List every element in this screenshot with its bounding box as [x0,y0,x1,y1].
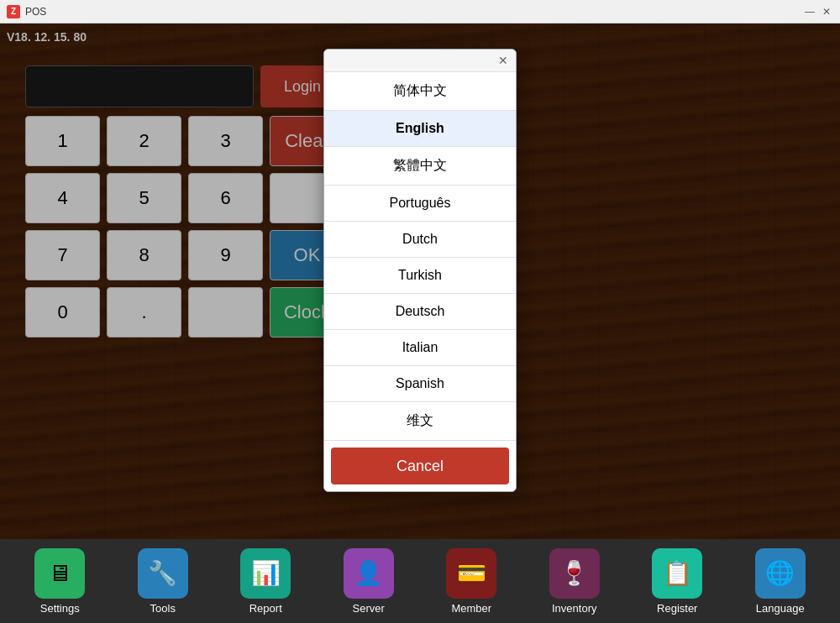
inventory-label: Inventory [552,602,596,615]
report-icon: 📊 [240,548,291,599]
language-icon: 🌐 [755,548,806,599]
toolbar-item-member[interactable]: 💳Member [442,548,501,615]
lang-item-ug[interactable]: 维文 [324,402,516,440]
dialog-header: ✕ [324,50,516,72]
lang-item-tr[interactable]: Turkish [324,258,516,294]
bottom-toolbar: 🖥Settings🔧Tools📊Report👤Server💳Member🍷Inv… [0,539,840,623]
member-icon: 💳 [446,548,496,599]
lang-item-zh-hant[interactable]: 繁體中文 [324,147,516,186]
toolbar-item-inventory[interactable]: 🍷Inventory [545,548,604,615]
window-chrome: Z POS — ✕ [0,0,840,24]
register-icon: 📋 [652,548,702,599]
lang-item-zh-hans[interactable]: 简体中文 [324,72,516,111]
lang-item-de[interactable]: Deutsch [324,294,516,330]
language-label: Language [756,602,805,615]
inventory-icon: 🍷 [549,548,600,599]
register-label: Register [657,602,697,615]
language-dialog: ✕ 简体中文English繁體中文PortuguêsDutchTurkishDe… [323,49,517,492]
lang-item-it[interactable]: Italian [324,330,516,366]
toolbar-item-report[interactable]: 📊Report [236,548,295,615]
tools-icon: 🔧 [138,548,188,599]
window-controls: — ✕ [803,6,833,18]
cancel-row: Cancel [324,440,516,491]
toolbar-item-register[interactable]: 📋Register [648,548,706,615]
member-label: Member [451,602,491,615]
minimize-button[interactable]: — [803,6,816,18]
cancel-language-button[interactable]: Cancel [331,448,509,484]
lang-item-nl[interactable]: Dutch [324,222,516,258]
settings-label: Settings [40,602,80,615]
main-area: V18. 12. 15. 80 Login 1 2 3 Clear 4 5 6 … [0,24,840,623]
window-app-icon: Z [7,5,20,18]
toolbar-item-tools[interactable]: 🔧Tools [134,548,192,615]
lang-item-es[interactable]: Spanish [324,366,516,402]
server-icon: 👤 [344,548,394,599]
lang-item-pt[interactable]: Português [324,186,516,222]
dialog-close-button[interactable]: ✕ [496,53,511,68]
settings-icon: 🖥 [34,548,85,599]
tools-label: Tools [150,602,176,615]
close-button[interactable]: ✕ [820,6,833,18]
toolbar-item-settings[interactable]: 🖥Settings [30,548,89,615]
toolbar-item-server[interactable]: 👤Server [339,548,398,615]
toolbar-item-language[interactable]: 🌐Language [751,548,810,615]
lang-item-en[interactable]: English [324,111,516,147]
language-list: 简体中文English繁體中文PortuguêsDutchTurkishDeut… [324,72,516,440]
report-label: Report [249,602,282,615]
window-title: POS [25,6,803,18]
server-label: Server [353,602,385,615]
